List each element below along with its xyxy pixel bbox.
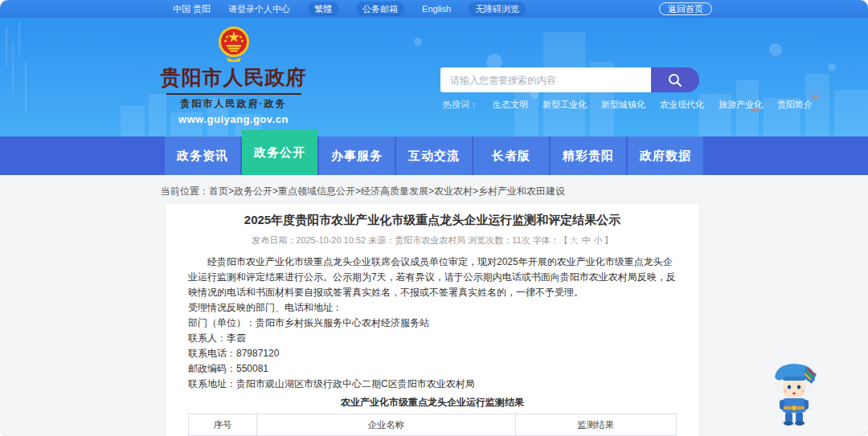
contact-line: 联系人：李霞 <box>188 331 677 346</box>
hot-word-link[interactable]: 旅游产业化 <box>719 99 763 111</box>
font-size-control[interactable]: 中 <box>582 235 591 245</box>
monitoring-result-table: 序号企业名称监测结果 1贵州合力超市采购有限公司合格2贵州友禾种业有限公司合格3… <box>188 414 677 436</box>
font-size-label: 字体：【 <box>533 235 568 245</box>
breadcrumb-label: 当前位置： <box>161 185 209 197</box>
page: 中国 贵阳请登录个人中心繁體公务邮箱English无障碍浏览 返回首页 <box>0 0 868 436</box>
announcement-paragraph: 经贵阳市农业产业化市级重点龙头企业联席会议成员单位审定，现对2025年开展的农业… <box>188 255 677 300</box>
nav-tab-政府数据[interactable]: 政府数据 <box>628 137 703 175</box>
department-line: 部门（单位）：贵阳市乡村振兴服务中心农村经济服务站 <box>188 316 677 331</box>
cityscape-decoration <box>0 18 868 137</box>
topbar-link[interactable]: 无障碍浏览 <box>469 2 526 16</box>
breadcrumb-link[interactable]: 重点领域信息公开 <box>278 185 355 197</box>
article-body: 经贵阳市农业产业化市级重点龙头企业联席会议成员单位审定，现对2025年开展的农业… <box>188 255 677 392</box>
site-logo[interactable]: 贵阳市人民政府 贵阳市人民政府·政务 www.guiyang.gov.cn <box>163 26 304 125</box>
table-header-cell: 序号 <box>189 414 257 436</box>
topbar-links: 中国 贵阳请登录个人中心繁體公务邮箱English无障碍浏览 <box>173 2 526 16</box>
font-size-label-end: 】 <box>604 235 613 245</box>
postcode-line: 邮政编码：550081 <box>188 361 677 377</box>
title-divider <box>166 93 301 95</box>
topbar-link[interactable]: 中国 贵阳 <box>173 2 211 15</box>
font-size-control[interactable]: 大 <box>570 235 579 245</box>
address-line: 联系地址：贵阳市观山湖区市级行政中心二期C区贵阳市农业农村局 <box>188 377 677 392</box>
national-emblem-icon <box>217 26 251 63</box>
table-header-cell: 企业名称 <box>256 414 515 436</box>
hot-words-label: 热搜词： <box>443 99 478 111</box>
article-meta: 发布日期：2025-10-20 10:52 来源：贵阳市农业农村局 浏览次数：1… <box>188 234 677 247</box>
breadcrumb-link[interactable]: 农业农村 <box>434 185 473 197</box>
nav-tab-政务公开[interactable]: 政务公开 <box>242 130 317 175</box>
main-navigation: 政务资讯政务公开办事服务互动交流长者版精彩贵阳政府数据 <box>0 137 868 175</box>
hot-word-link[interactable]: 新型城镇化 <box>601 99 645 111</box>
nav-tab-精彩贵阳[interactable]: 精彩贵阳 <box>551 137 626 175</box>
nav-tab-政务资讯[interactable]: 政务资讯 <box>165 137 240 175</box>
hot-word-link[interactable]: 农业现代化 <box>660 99 704 111</box>
article-title: 2025年度贵阳市农业产业化市级重点龙头企业运行监测和评定结果公示 <box>188 213 677 228</box>
article-card: 2025年度贵阳市农业产业化市级重点龙头企业运行监测和评定结果公示 发布日期：2… <box>165 203 700 436</box>
publish-date: 发布日期：2025-10-20 10:52 <box>252 235 366 245</box>
hot-word-link[interactable]: 生态文明 <box>493 99 528 111</box>
search-bar <box>440 67 699 92</box>
view-count: 浏览次数：11次 <box>468 235 530 245</box>
table-header-row: 序号企业名称监测结果 <box>189 414 677 436</box>
hot-search-words: 热搜词： 生态文明新型工业化新型城镇化农业现代化旅游产业化贵阳简介 <box>443 99 813 111</box>
search-icon <box>668 73 682 88</box>
hot-word-link[interactable]: 贵阳简介 <box>777 99 813 111</box>
nav-items: 政务资讯政务公开办事服务互动交流长者版精彩贵阳政府数据 <box>165 137 703 175</box>
table-header-cell: 监测结果 <box>515 414 676 436</box>
table-caption: 农业产业化市级重点龙头企业运行监测结果 <box>188 396 677 410</box>
site-banner: 贵阳市人民政府 贵阳市人民政府·政务 www.guiyang.gov.cn 热搜… <box>0 18 868 137</box>
nav-tab-互动交流[interactable]: 互动交流 <box>396 137 472 175</box>
breadcrumb-link[interactable]: 政务公开 <box>234 185 272 197</box>
site-title: 贵阳市人民政府 <box>161 64 307 91</box>
article-source: 来源：贵阳市农业农村局 <box>368 235 465 245</box>
return-home-button[interactable]: 返回首页 <box>659 2 712 15</box>
breadcrumb-link[interactable]: 经济高质量发展 <box>361 185 428 197</box>
nav-tab-办事服务[interactable]: 办事服务 <box>319 137 395 175</box>
accept-intro-line: 受理情况反映的部门、电话和地址： <box>188 300 677 316</box>
site-url: www.guiyang.gov.cn <box>178 113 289 125</box>
font-size-control[interactable]: 小 <box>594 235 603 245</box>
topbar-link[interactable]: 繁體 <box>308 2 338 16</box>
nav-tab-长者版[interactable]: 长者版 <box>473 137 549 175</box>
top-utility-bar: 中国 贵阳请登录个人中心繁體公务邮箱English无障碍浏览 返回首页 <box>0 0 868 18</box>
topbar-link[interactable]: 请登录个人中心 <box>228 2 290 15</box>
phone-line: 联系电话：87987120 <box>188 346 677 361</box>
breadcrumb-link[interactable]: 首页 <box>209 185 228 197</box>
topbar-link[interactable]: English <box>422 2 451 15</box>
mascot-assistant-icon[interactable] <box>770 360 820 429</box>
topbar-link[interactable]: 公务邮箱 <box>356 2 404 16</box>
hot-word-link[interactable]: 新型工业化 <box>542 99 587 111</box>
search-input[interactable] <box>440 67 651 92</box>
breadcrumb-link[interactable]: 乡村产业和农田建设 <box>478 185 565 197</box>
search-button[interactable] <box>651 67 699 92</box>
breadcrumb: 当前位置：首页>政务公开>重点领域信息公开>经济高质量发展>农业农村>乡村产业和… <box>161 185 565 198</box>
site-subtitle: 贵阳市人民政府·政务 <box>181 97 287 111</box>
